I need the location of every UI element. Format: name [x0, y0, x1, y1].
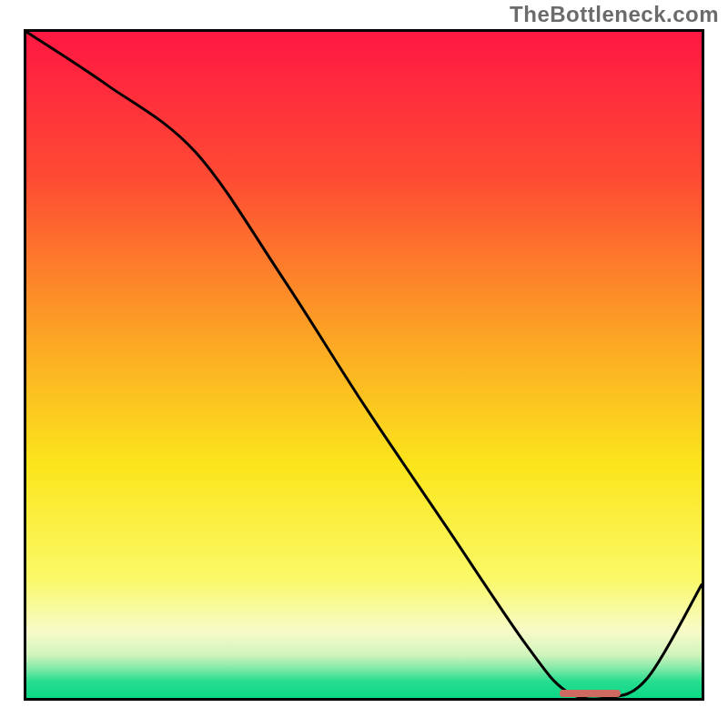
chart-svg — [26, 32, 702, 698]
watermark-text: TheBottleneck.com — [510, 2, 719, 27]
optimum-marker — [560, 690, 621, 697]
plot-area — [24, 29, 704, 701]
gradient-rect — [26, 32, 702, 698]
chart-container: TheBottleneck.com — [0, 0, 728, 728]
